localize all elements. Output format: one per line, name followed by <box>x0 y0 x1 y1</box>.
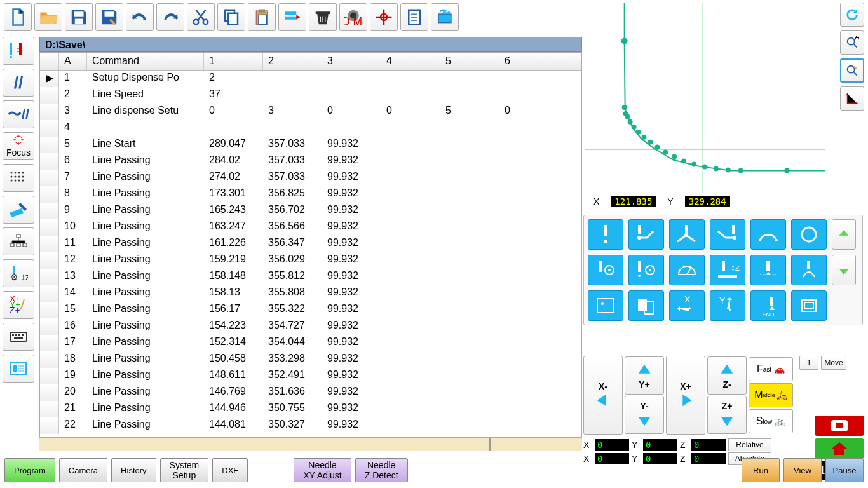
cell-param[interactable] <box>499 170 555 186</box>
row-header[interactable] <box>40 417 59 434</box>
x-flip-icon[interactable]: X <box>669 290 705 321</box>
cell-param[interactable] <box>440 137 499 153</box>
cell-param[interactable] <box>381 318 440 335</box>
cell-param[interactable]: 350.755 <box>263 401 322 417</box>
row-header[interactable] <box>40 186 59 203</box>
save-button[interactable] <box>65 3 93 31</box>
cell-param[interactable] <box>499 368 555 384</box>
cell-rownum[interactable]: 3 <box>59 104 87 120</box>
cell-param[interactable] <box>440 219 499 236</box>
grid-split-bar[interactable] <box>39 437 582 451</box>
cell-param[interactable] <box>440 87 499 104</box>
cell-param[interactable] <box>499 137 555 153</box>
cell-param[interactable]: 289.047 <box>204 137 263 153</box>
cell-param[interactable] <box>381 170 440 186</box>
cell-param[interactable] <box>204 120 263 137</box>
refresh-preview-button[interactable] <box>840 3 864 27</box>
cell-param[interactable] <box>499 384 555 401</box>
cell-param[interactable] <box>440 252 499 269</box>
save-as-button[interactable] <box>95 3 123 31</box>
cell-param[interactable] <box>263 71 322 87</box>
table-row[interactable]: 12Line Passing159.219356.02999.932 <box>40 252 581 269</box>
delete-button[interactable] <box>309 3 337 31</box>
table-row[interactable]: 17Line Passing152.314354.04499.932 <box>40 335 581 351</box>
cell-rownum[interactable]: 22 <box>59 417 87 434</box>
speed-middle-button[interactable]: Middle🛵 <box>749 383 793 407</box>
area-select-icon[interactable] <box>588 290 623 321</box>
cell-param[interactable]: 150.458 <box>204 351 263 368</box>
jog-x-minus[interactable]: X- <box>583 356 623 435</box>
col-1[interactable]: 1 <box>204 53 263 70</box>
cell-param[interactable]: 148.611 <box>204 368 263 384</box>
cell-command[interactable]: Line Passing <box>87 269 204 285</box>
cell-param[interactable] <box>499 269 555 285</box>
row-header[interactable] <box>40 302 59 318</box>
cell-param[interactable] <box>381 137 440 153</box>
cell-param[interactable] <box>440 318 499 335</box>
focus-icon[interactable]: Focus <box>3 132 34 160</box>
jog-x-plus[interactable]: X+ <box>666 356 705 435</box>
cell-param[interactable] <box>499 71 555 87</box>
relative-button[interactable]: Relative <box>728 438 771 451</box>
document-button[interactable] <box>400 3 428 31</box>
speed-fast-button[interactable]: Fast 🚗 <box>749 357 793 381</box>
cell-command[interactable]: Line Passing <box>87 285 204 302</box>
cell-param[interactable] <box>381 335 440 351</box>
cell-param[interactable] <box>440 203 499 219</box>
cell-param[interactable]: 99.932 <box>322 203 381 219</box>
open-file-button[interactable] <box>34 3 62 31</box>
cell-param[interactable] <box>499 87 555 104</box>
dispense-icon[interactable] <box>3 37 34 65</box>
cell-param[interactable] <box>263 87 322 104</box>
row-header[interactable] <box>40 104 59 120</box>
row-header[interactable] <box>40 153 59 170</box>
table-row[interactable]: 5Line Start289.047357.03399.932 <box>40 137 581 153</box>
dxf-tab[interactable]: DXF <box>212 458 248 482</box>
cell-param[interactable]: 352.491 <box>263 368 322 384</box>
cut-button[interactable] <box>187 3 215 31</box>
table-row[interactable]: ▶1Setup Dispense Po2 <box>40 71 581 87</box>
cell-param[interactable] <box>381 252 440 269</box>
toggle-axis-button[interactable] <box>840 86 864 111</box>
cell-param[interactable] <box>440 351 499 368</box>
cell-command[interactable]: Line Passing <box>87 302 204 318</box>
col-2[interactable]: 2 <box>263 53 322 70</box>
cell-command[interactable]: Line Passing <box>87 401 204 417</box>
cell-command[interactable]: Line Passing <box>87 417 204 434</box>
cell-param[interactable]: 2 <box>204 71 263 87</box>
cell-param[interactable]: 356.825 <box>263 186 322 203</box>
row-header[interactable] <box>40 368 59 384</box>
cell-param[interactable]: 99.932 <box>322 302 381 318</box>
cell-param[interactable]: 356.029 <box>263 252 322 269</box>
row-header[interactable] <box>40 137 59 153</box>
cell-param[interactable]: 356.347 <box>263 236 322 252</box>
cell-param[interactable]: 146.769 <box>204 384 263 401</box>
table-row[interactable]: 11Line Passing161.226356.34799.932 <box>40 236 581 252</box>
cell-rownum[interactable]: 10 <box>59 219 87 236</box>
cell-param[interactable] <box>381 285 440 302</box>
row-header[interactable] <box>40 236 59 252</box>
cell-param[interactable] <box>499 219 555 236</box>
cell-param[interactable]: 5 <box>440 104 499 120</box>
cell-param[interactable]: 99.932 <box>322 269 381 285</box>
row-header[interactable] <box>40 351 59 368</box>
jog-y-plus[interactable]: Y+ <box>625 356 664 395</box>
cell-param[interactable]: 158.148 <box>204 269 263 285</box>
cell-param[interactable]: 173.301 <box>204 186 263 203</box>
row-header[interactable] <box>40 219 59 236</box>
cell-param[interactable] <box>440 71 499 87</box>
table-row[interactable]: 3Line dispense Setu030050 <box>40 104 581 120</box>
cell-param[interactable]: 99.932 <box>322 401 381 417</box>
speed-icon[interactable] <box>669 255 705 285</box>
cell-command[interactable]: Line Speed <box>87 87 204 104</box>
col-a[interactable]: A <box>59 53 87 70</box>
cell-param[interactable]: 161.226 <box>204 236 263 252</box>
cell-param[interactable]: 354.727 <box>263 318 322 335</box>
table-row[interactable]: 22Line Passing144.081350.32799.932 <box>40 417 581 434</box>
cell-param[interactable]: 0 <box>499 104 555 120</box>
cell-param[interactable] <box>440 384 499 401</box>
camera-tab[interactable]: Camera <box>59 458 107 482</box>
cell-rownum[interactable]: 20 <box>59 384 87 401</box>
jog-y-minus[interactable]: Y- <box>625 396 664 434</box>
cell-param[interactable] <box>499 153 555 170</box>
